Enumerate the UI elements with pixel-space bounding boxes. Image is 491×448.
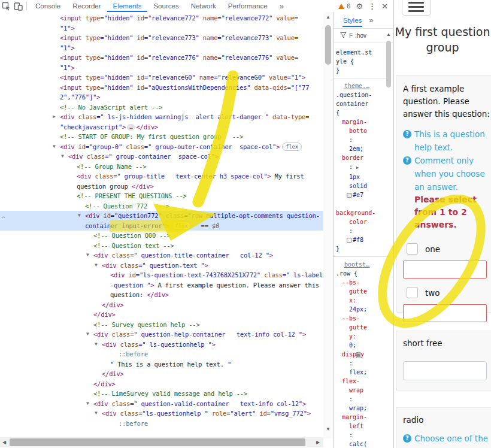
css-line[interactable]: 2em; bbox=[336, 144, 387, 153]
expand-arrow-icon[interactable]: ▼ bbox=[86, 250, 89, 261]
settings-gear-icon[interactable]: ⚙ bbox=[356, 2, 363, 10]
css-line[interactable]: .row { bbox=[336, 269, 387, 278]
flex-badge[interactable]: flex bbox=[282, 143, 301, 151]
vertical-scroll-thumb[interactable] bbox=[325, 25, 331, 65]
tab-styles[interactable]: Styles bbox=[343, 13, 362, 27]
css-line[interactable]: wrap; bbox=[336, 404, 387, 413]
filter-input[interactable]: F bbox=[349, 32, 353, 39]
dom-node-line[interactable]: ▼<div class=" group-container space-col"… bbox=[0, 152, 323, 162]
css-line[interactable]: } bbox=[336, 244, 387, 253]
dom-node-line[interactable]: <input type="hidden" id="relevance772" n… bbox=[0, 13, 323, 23]
dom-node-line[interactable]: <div id="ls-question-text-743768X251X772… bbox=[0, 270, 323, 280]
css-line[interactable]: 0; bbox=[336, 341, 387, 350]
css-line[interactable]: container bbox=[336, 99, 387, 108]
scroll-right-icon[interactable]: ▶ bbox=[314, 437, 322, 447]
dom-node-line[interactable]: <!-- LimeSurvey valid message and help -… bbox=[0, 389, 323, 399]
dom-node-line[interactable]: ::before bbox=[0, 419, 323, 429]
error-warning-badge[interactable]: 6 bbox=[338, 2, 350, 10]
dom-node-line[interactable]: ▼<div class=" ls-questionhelp "> bbox=[0, 340, 323, 350]
css-line[interactable]: : bbox=[336, 431, 387, 440]
dom-node-line[interactable]: " This is a question help text. " bbox=[0, 359, 323, 370]
css-line[interactable]: flex; bbox=[336, 368, 387, 377]
dom-node-line[interactable]: ▼<div class=" question-help-container te… bbox=[0, 329, 323, 340]
horizontal-scroll-thumb[interactable] bbox=[10, 438, 305, 446]
short-free-input[interactable] bbox=[403, 361, 487, 380]
css-line[interactable]: : bbox=[336, 226, 387, 235]
css-line[interactable]: : bbox=[336, 135, 387, 144]
dom-node-line[interactable]: <!-- No JavaScript alert --> bbox=[0, 102, 323, 113]
dom-node-line[interactable]: ▼<div class=" question-valid-container t… bbox=[0, 399, 323, 409]
expand-arrow-icon[interactable]: ▼ bbox=[95, 261, 98, 271]
css-line[interactable]: wrap bbox=[336, 386, 387, 395]
checkbox-one[interactable] bbox=[407, 243, 418, 255]
dom-node-line[interactable]: </div> bbox=[0, 300, 323, 310]
css-line[interactable]: margin- bbox=[336, 117, 387, 126]
styles-scroll-up-icon[interactable]: ▲ bbox=[386, 32, 391, 37]
css-line[interactable]: } bbox=[336, 66, 387, 75]
css-line[interactable]: { bbox=[336, 108, 387, 117]
toggle-element-state-button[interactable]: :hov bbox=[355, 32, 366, 39]
css-line[interactable]: border bbox=[336, 153, 387, 162]
stylesheet-link[interactable]: theme.… bbox=[344, 83, 369, 89]
toggle-device-toolbar-icon[interactable] bbox=[12, 1, 24, 11]
scroll-left-icon[interactable]: ◀ bbox=[0, 437, 8, 447]
tab-console[interactable]: Console bbox=[29, 0, 66, 12]
css-line[interactable]: .question- bbox=[336, 90, 387, 99]
dom-node-line[interactable]: "1"> bbox=[0, 23, 323, 34]
css-line[interactable] bbox=[336, 199, 387, 208]
css-line[interactable]: flex- bbox=[336, 377, 387, 386]
tab-sources[interactable]: Sources bbox=[147, 0, 184, 12]
css-line[interactable]: calc( bbox=[336, 440, 387, 448]
dom-node-line[interactable]: "checkjavascript">…</div> bbox=[0, 122, 323, 132]
css-line[interactable]: gutte bbox=[336, 287, 387, 296]
dom-node-line[interactable]: <input type="hidden" id="relevance773" n… bbox=[0, 33, 323, 43]
dom-node-line[interactable]: <input type="hidden" id="aQuestionsWithD… bbox=[0, 83, 323, 93]
css-line[interactable]: gutte bbox=[336, 323, 387, 332]
more-panels-icon[interactable]: » bbox=[369, 16, 373, 24]
dom-node-line[interactable]: ▼<div class="ls-questionhelp " role="ale… bbox=[0, 408, 323, 419]
inspect-element-icon[interactable] bbox=[0, 1, 12, 11]
dom-node-line[interactable]: <!-- PRESENT THE QUESTIONS --> bbox=[0, 191, 323, 201]
css-line[interactable]: --bs- bbox=[336, 278, 387, 287]
expand-arrow-icon[interactable]: ▼ bbox=[78, 211, 81, 221]
css-line[interactable]: left bbox=[336, 422, 387, 431]
close-devtools-icon[interactable]: ✕ bbox=[381, 2, 388, 10]
css-line[interactable]: : ▶ bbox=[336, 162, 387, 172]
css-line[interactable]: background- bbox=[336, 208, 387, 217]
node-activity-dots-icon[interactable]: ·· bbox=[1, 214, 5, 221]
tab-performance[interactable]: Performance bbox=[222, 0, 274, 12]
scroll-down-icon[interactable]: ▼ bbox=[323, 425, 333, 434]
dom-node-line[interactable]: </div> bbox=[0, 369, 323, 379]
css-line[interactable]: element.st bbox=[336, 48, 387, 57]
dom-node-line[interactable]: ::before bbox=[0, 349, 323, 359]
checkbox-two[interactable] bbox=[407, 287, 418, 298]
selected-dom-node[interactable]: container input-error">flex == $0 bbox=[0, 221, 323, 231]
dom-node-line[interactable]: ▼<div class=" question-text "> bbox=[0, 261, 323, 271]
dom-node-line[interactable]: <!-- Survey question help --> bbox=[0, 320, 323, 330]
css-line[interactable]: 1px bbox=[336, 172, 387, 181]
css-line[interactable]: botto bbox=[336, 126, 387, 135]
css-line[interactable]: solid bbox=[336, 181, 387, 190]
dom-node-line[interactable]: <!-- Group Name --> bbox=[0, 162, 323, 172]
css-line[interactable]: yle { bbox=[336, 57, 387, 66]
expand-arrow-icon[interactable]: ▼ bbox=[95, 340, 98, 350]
dom-node-line[interactable]: "1"> bbox=[0, 43, 323, 53]
css-line[interactable]: : bbox=[336, 359, 387, 368]
css-line[interactable]: 24px; bbox=[336, 305, 387, 314]
dom-node-line[interactable]: ▼<div id="group-0" class=" group-outer-c… bbox=[0, 142, 323, 152]
filter-funnel-icon[interactable] bbox=[340, 32, 347, 40]
dom-node-line[interactable]: "1"> bbox=[0, 63, 323, 73]
styles-scroll-thumb[interactable] bbox=[386, 41, 391, 87]
more-options-icon[interactable]: ⋮ bbox=[368, 2, 376, 10]
dom-node-line[interactable]: question group </div> bbox=[0, 181, 323, 192]
expand-arrow-icon[interactable]: ▼ bbox=[86, 329, 89, 340]
color-swatch[interactable] bbox=[347, 193, 351, 198]
dom-node-line[interactable]: <!-- START OF GROUP: My first question g… bbox=[0, 132, 323, 142]
dom-node-line[interactable]: </div> bbox=[0, 310, 323, 320]
css-line[interactable]: : bbox=[336, 395, 387, 404]
expand-arrow-icon[interactable]: ▼ bbox=[86, 399, 89, 409]
expand-arrow-icon[interactable]: ▶ bbox=[53, 112, 56, 122]
elements-horizontal-scrollbar[interactable]: ◀ ▶ bbox=[0, 437, 323, 447]
elements-vertical-scrollbar[interactable]: ▲ ▼ bbox=[323, 12, 333, 438]
tab-network[interactable]: Network bbox=[185, 0, 222, 12]
